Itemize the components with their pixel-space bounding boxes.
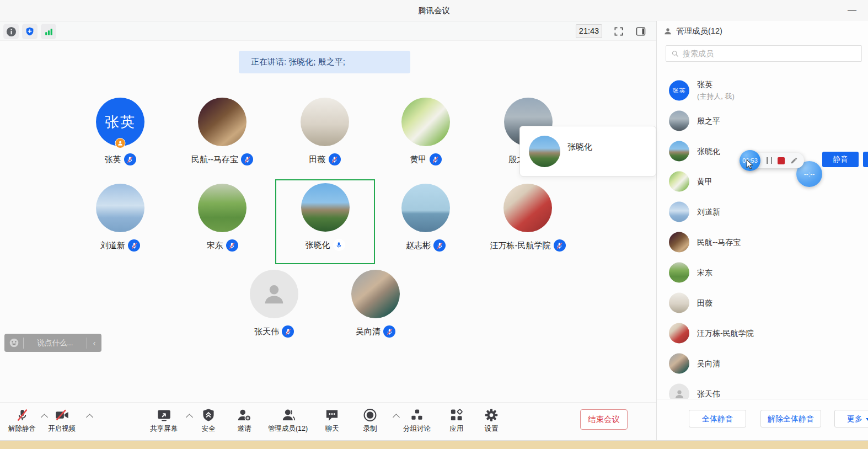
mic-muted-icon: [433, 239, 446, 252]
toolbar-members-button[interactable]: 管理成员(12): [268, 408, 308, 434]
emoji-icon[interactable]: [4, 338, 23, 348]
member-name: 宋东: [697, 268, 712, 277]
chevron-up-icon[interactable]: [41, 414, 48, 421]
toolbar-security-shield-button[interactable]: 安全: [201, 408, 216, 434]
toolbar-mic-off-button[interactable]: 解除静音: [8, 408, 36, 434]
quick-chat-bar[interactable]: 说点什么... ‹: [4, 334, 101, 352]
participant-avatar: [198, 184, 247, 232]
chevron-up-icon[interactable]: [393, 414, 400, 421]
toolbar-label: 设置: [484, 424, 499, 434]
toolbar-share-screen-button[interactable]: 共享屏幕: [150, 408, 178, 434]
toolbar-label: 分组讨论: [403, 424, 431, 434]
toolbar-settings-button[interactable]: 设置: [484, 408, 499, 434]
member-row[interactable]: 殷之平: [657, 106, 868, 136]
chevron-up-icon[interactable]: [186, 414, 193, 421]
participant-tile[interactable]: 汪万栋-民航学院: [478, 180, 577, 264]
mute-all-button[interactable]: 全体静音: [689, 410, 746, 427]
toolbar-label: 解除静音: [8, 424, 36, 434]
chat-input-placeholder[interactable]: 说点什么...: [24, 338, 87, 348]
participant-avatar: [198, 98, 247, 146]
participant-tile[interactable]: 宋东: [173, 180, 272, 264]
network-quality-icon[interactable]: [41, 24, 56, 39]
toolbar-chat-button[interactable]: 聊天: [325, 408, 340, 434]
dropdown-arrow-icon: [866, 418, 868, 421]
mic-muted-icon: [241, 153, 253, 165]
speaking-banner-text: 正在讲话: 张晓化; 殷之平;: [251, 57, 345, 67]
bottom-toolbar: 解除静音开启视频共享屏幕安全邀请管理成员(12)聊天录制分组讨论应用设置 结束会…: [0, 402, 656, 440]
participant-name: 刘道新: [100, 240, 125, 251]
member-name: 刘道新: [697, 207, 720, 217]
shield-icon[interactable]: [22, 24, 37, 39]
minimize-button[interactable]: —: [845, 4, 859, 17]
fullscreen-icon[interactable]: [612, 25, 625, 38]
layout-panel-icon[interactable]: [634, 25, 647, 38]
unmute-all-button[interactable]: 解除全体静音: [760, 410, 821, 427]
apps-icon: [449, 408, 464, 423]
member-avatar: [669, 354, 689, 374]
member-row[interactable]: 民航--马存宝: [657, 227, 868, 258]
toolbar-camera-off-button[interactable]: 开启视频: [48, 408, 76, 434]
member-avatar: [669, 323, 689, 344]
member-row[interactable]: 黄甲: [657, 167, 868, 197]
participant-avatar: [301, 183, 350, 232]
participant-avatar: [301, 98, 349, 146]
member-name: 汪万栋-民航学院: [697, 328, 754, 338]
member-row[interactable]: 汪万栋-民航学院: [657, 318, 868, 349]
more-button[interactable]: 更多: [834, 410, 868, 427]
stop-recording-icon[interactable]: [778, 157, 785, 164]
participant-tile[interactable]: 田薇: [275, 94, 374, 178]
member-row[interactable]: 张英张英(主持人, 我): [657, 76, 868, 106]
member-row[interactable]: 田薇: [657, 288, 868, 318]
record-icon: [363, 408, 378, 423]
window-title: 腾讯会议: [0, 6, 868, 16]
participant-tile[interactable]: 吴向清: [326, 266, 425, 350]
member-name: 民航--马存宝: [697, 237, 741, 247]
member-avatar: [669, 202, 689, 222]
mic-muted-icon: [329, 153, 341, 165]
hover-action-sliver[interactable]: [863, 152, 868, 167]
participant-tile[interactable]: 民航--马存宝: [173, 94, 272, 178]
participant-tile[interactable]: 张晓化: [275, 179, 375, 264]
chevron-up-icon[interactable]: [86, 414, 93, 421]
member-avatar: [669, 232, 689, 253]
mic-muted-icon: [430, 153, 442, 165]
meeting-main-area: 21:43 正在讲话: 张晓化; 殷之平; 张英张英民航--马存宝田薇黄甲殷之平…: [0, 21, 656, 440]
member-row[interactable]: 刘道新: [657, 197, 868, 227]
toolbar-label: 开启视频: [48, 424, 76, 434]
mic-muted-icon: [124, 153, 136, 165]
mic-muted-icon: [282, 325, 294, 338]
mic-off-icon: [8, 408, 36, 423]
member-row[interactable]: 吴向清: [657, 349, 868, 379]
member-avatar: [669, 141, 689, 162]
member-row[interactable]: 宋东: [657, 258, 868, 288]
toolbar-label: 应用: [449, 424, 464, 434]
toolbar-label: 管理成员(12): [268, 424, 308, 434]
end-meeting-button[interactable]: 结束会议: [580, 409, 628, 430]
annotate-pencil-icon[interactable]: [790, 157, 798, 164]
participant-avatar: [401, 98, 450, 146]
participant-avatar: [503, 184, 552, 232]
participant-tile[interactable]: 张英张英: [71, 94, 170, 178]
meeting-info-icon[interactable]: [3, 24, 19, 39]
mic-on-icon: [333, 239, 345, 251]
toolbar-apps-button[interactable]: 应用: [449, 408, 464, 434]
mute-member-button[interactable]: 静音: [822, 152, 859, 167]
participant-name: 张晓化: [306, 240, 330, 250]
toolbar-invite-button[interactable]: 邀请: [237, 408, 252, 434]
participant-tile[interactable]: 刘道新: [71, 180, 170, 264]
member-avatar: 张英: [669, 81, 689, 101]
member-avatar: [669, 172, 689, 192]
pause-recording-icon[interactable]: [767, 157, 772, 164]
toolbar-label: 录制: [363, 424, 378, 434]
share-screen-icon: [150, 408, 178, 423]
chatbar-collapse-icon[interactable]: ‹: [87, 338, 101, 348]
sidebar-footer: 全体静音 解除全体静音 更多: [657, 399, 868, 440]
toolbar-breakout-button[interactable]: 分组讨论: [403, 408, 431, 434]
chat-icon: [325, 408, 340, 423]
host-badge: [115, 138, 126, 148]
participant-tile[interactable]: 黄甲: [376, 94, 475, 178]
toolbar-record-button[interactable]: 录制: [363, 408, 378, 434]
participant-tile[interactable]: 张天伟: [224, 266, 324, 350]
toolbar-label: 邀请: [237, 424, 252, 434]
participant-tile[interactable]: 赵志彬: [376, 180, 475, 264]
